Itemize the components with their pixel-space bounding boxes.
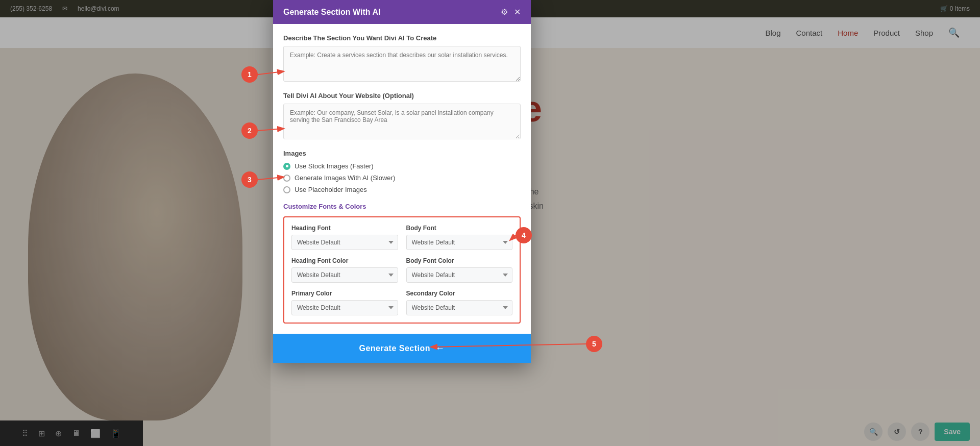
arrow-left-icon: ←: [435, 343, 445, 354]
color-row: Primary Color Website Default Secondary …: [291, 290, 512, 315]
modal-header: Generate Section With AI ⚙ ✕: [273, 0, 531, 24]
heading-font-color-select[interactable]: Website Default: [291, 267, 398, 283]
images-label: Images: [283, 150, 521, 157]
section-description-label: Describe The Section You Want Divi AI To…: [283, 34, 521, 42]
modal-title: Generate Section With AI: [283, 8, 380, 17]
body-font-select[interactable]: Website Default: [406, 235, 513, 250]
body-font-color-col: Body Font Color Website Default: [406, 257, 513, 283]
radio-placeholder-images-indicator: [283, 186, 290, 193]
radio-ai-images[interactable]: Generate Images With AI (Slower): [283, 174, 521, 182]
modal-footer: Generate Section ←: [273, 334, 531, 363]
radio-stock-images[interactable]: Use Stock Images (Faster): [283, 162, 521, 170]
website-info-label: Tell Divi AI About Your Website (Optiona…: [283, 92, 521, 100]
generate-section-modal: Generate Section With AI ⚙ ✕ Describe Th…: [273, 0, 531, 363]
modal-header-icons: ⚙ ✕: [501, 7, 521, 17]
heading-font-color-col: Heading Font Color Website Default: [291, 257, 398, 283]
secondary-color-col: Secondary Color Website Default: [406, 290, 513, 315]
radio-placeholder-images[interactable]: Use Placeholder Images: [283, 186, 521, 193]
radio-placeholder-images-label: Use Placeholder Images: [295, 186, 367, 193]
body-font-color-select[interactable]: Website Default: [406, 267, 513, 283]
primary-color-label: Primary Color: [291, 290, 398, 297]
modal-body: Describe The Section You Want Divi AI To…: [273, 24, 531, 334]
modal-overlay: Generate Section With AI ⚙ ✕ Describe Th…: [0, 0, 980, 446]
heading-font-label: Heading Font: [291, 225, 398, 232]
heading-font-col: Heading Font Website Default: [291, 225, 398, 250]
radio-ai-images-indicator: [283, 175, 290, 182]
radio-ai-images-label: Generate Images With AI (Slower): [295, 174, 395, 182]
website-info-textarea[interactable]: [283, 104, 521, 139]
close-icon[interactable]: ✕: [514, 7, 521, 17]
fonts-colors-panel: Heading Font Website Default Body Font W…: [283, 216, 521, 324]
font-row-1: Heading Font Website Default Body Font W…: [291, 225, 512, 250]
images-radio-group: Use Stock Images (Faster) Generate Image…: [283, 162, 521, 193]
heading-font-select[interactable]: Website Default: [291, 235, 398, 250]
section-description-textarea[interactable]: [283, 46, 521, 82]
secondary-color-label: Secondary Color: [406, 290, 513, 297]
primary-color-select[interactable]: Website Default: [291, 300, 398, 315]
body-font-label: Body Font: [406, 225, 513, 232]
secondary-color-select[interactable]: Website Default: [406, 300, 513, 315]
radio-stock-images-label: Use Stock Images (Faster): [295, 162, 374, 170]
body-font-color-label: Body Font Color: [406, 257, 513, 264]
font-color-row: Heading Font Color Website Default Body …: [291, 257, 512, 283]
settings-icon[interactable]: ⚙: [501, 7, 508, 17]
customize-fonts-colors-link[interactable]: Customize Fonts & Colors: [283, 203, 366, 210]
body-font-col: Body Font Website Default: [406, 225, 513, 250]
generate-section-button[interactable]: Generate Section ←: [273, 334, 531, 363]
radio-stock-images-indicator: [283, 163, 290, 170]
primary-color-col: Primary Color Website Default: [291, 290, 398, 315]
heading-font-color-label: Heading Font Color: [291, 257, 398, 264]
generate-section-label: Generate Section: [359, 344, 430, 353]
